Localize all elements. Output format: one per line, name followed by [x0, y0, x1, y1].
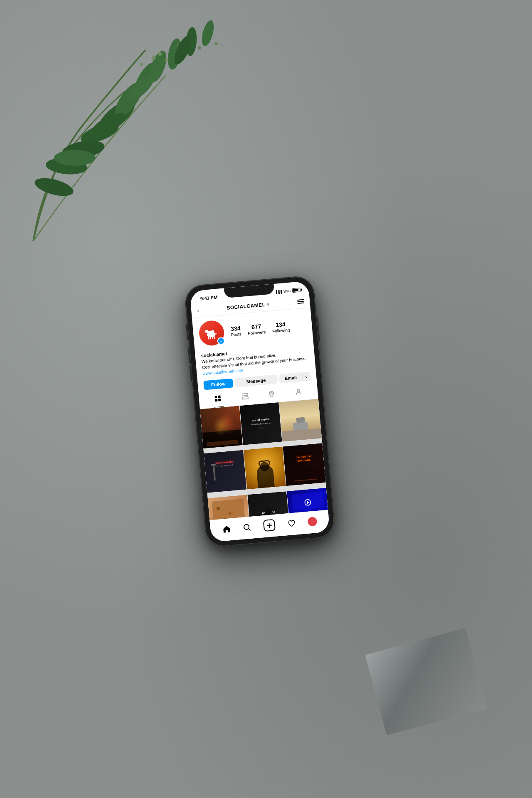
svg-point-21 [214, 42, 218, 45]
tab-grid[interactable] [204, 391, 232, 408]
followers-stat[interactable]: 677 Followers [247, 323, 266, 336]
add-story-button[interactable]: + [217, 337, 225, 345]
status-time: 9:41 PM [200, 295, 217, 301]
phone-screen: 9:41 PM ▐▐▐ WiFi ‹ SOCIALCAM [190, 281, 330, 542]
svg-point-11 [54, 150, 96, 166]
chevron-down-icon: ∨ [266, 302, 270, 307]
svg-point-5 [146, 49, 170, 84]
posts-count: 334 [231, 325, 241, 332]
svg-point-23 [185, 27, 198, 57]
svg-rect-36 [215, 396, 218, 399]
svg-point-43 [297, 389, 300, 392]
svg-point-12 [152, 56, 156, 60]
profile-nav-button[interactable] [308, 517, 318, 527]
phone-shell: 9:41 PM ▐▐▐ WiFi ‹ SOCIALCAM [184, 276, 335, 548]
profile-stats: 334 Posts 677 Followers 134 Following [230, 319, 307, 337]
svg-rect-37 [218, 395, 221, 398]
grid-item-2[interactable]: social mediaelevating business in 2022 [239, 402, 282, 445]
email-button[interactable]: Email [279, 372, 303, 384]
create-post-button[interactable] [263, 519, 276, 532]
wifi-icon: WiFi [283, 289, 291, 293]
person-icon [295, 388, 302, 397]
follow-button[interactable]: Follow [203, 378, 233, 390]
svg-point-9 [124, 70, 158, 104]
stone-decoration [365, 628, 487, 735]
following-label: Following [272, 328, 290, 334]
location-icon [268, 391, 275, 399]
svg-point-19 [140, 63, 143, 66]
svg-point-18 [198, 46, 201, 49]
svg-point-17 [189, 39, 193, 44]
svg-point-24 [200, 19, 216, 47]
svg-point-0 [93, 95, 140, 138]
svg-point-6 [45, 157, 88, 176]
posts-stat[interactable]: 334 Posts [230, 325, 241, 337]
svg-point-22 [202, 32, 205, 35]
home-nav-button[interactable] [222, 525, 231, 534]
svg-point-42 [271, 392, 272, 394]
svg-point-16 [185, 50, 189, 54]
grid-item-5[interactable] [244, 447, 286, 490]
avatar-wrapper[interactable]: + [198, 320, 225, 347]
tab-tagged[interactable] [258, 387, 286, 404]
grid-icon [215, 395, 222, 404]
svg-rect-40 [242, 393, 248, 396]
email-button-wrapper: Email ∨ [279, 372, 311, 384]
hamburger-line-2 [297, 301, 304, 302]
hamburger-line-3 [298, 303, 304, 304]
following-stat[interactable]: 134 Following [271, 320, 290, 334]
email-dropdown-button[interactable]: ∨ [302, 372, 311, 382]
back-button[interactable]: ‹ [197, 307, 200, 314]
svg-point-14 [165, 59, 168, 62]
svg-point-4 [60, 138, 106, 161]
battery-icon [292, 288, 301, 293]
tab-shop[interactable] [284, 384, 312, 401]
message-button[interactable]: Message [234, 374, 278, 387]
posts-label: Posts [231, 332, 241, 337]
likes-nav-button[interactable] [287, 519, 296, 528]
search-nav-button[interactable] [243, 523, 252, 532]
signal-icon: ▐▐▐ [275, 290, 282, 294]
svg-point-2 [79, 119, 121, 147]
profile-username-header[interactable]: SOCIALCAMEL ∨ [227, 301, 270, 311]
svg-point-10 [88, 108, 128, 140]
svg-point-3 [130, 59, 161, 99]
svg-rect-39 [218, 399, 221, 401]
grid-item-3[interactable] [279, 399, 322, 442]
following-count: 134 [276, 321, 286, 328]
svg-point-15 [177, 44, 181, 48]
grid-item-4[interactable]: paid marketing let us get you covered [204, 450, 246, 493]
svg-point-1 [110, 78, 148, 122]
status-icons: ▐▐▐ WiFi [275, 288, 300, 294]
followers-count: 677 [251, 323, 261, 330]
svg-point-8 [33, 175, 75, 200]
back-arrow-icon: ‹ [197, 307, 200, 314]
svg-point-25 [171, 33, 195, 67]
svg-rect-35 [214, 336, 215, 339]
tab-igtv[interactable] [231, 389, 259, 406]
menu-button[interactable] [297, 299, 304, 304]
svg-line-45 [249, 529, 251, 531]
grid-item-1[interactable] [200, 406, 243, 448]
svg-rect-41 [242, 397, 248, 399]
profile-top: + 334 Posts 677 Followers [198, 313, 307, 347]
hamburger-line-1 [297, 299, 304, 300]
username-label: SOCIALCAMEL [227, 302, 266, 311]
followers-label: Followers [248, 330, 266, 336]
grid-item-6[interactable]: the return oflive music [283, 443, 326, 486]
svg-rect-38 [215, 399, 218, 402]
svg-point-13 [158, 52, 162, 56]
svg-line-47 [267, 525, 272, 526]
svg-point-20 [206, 35, 210, 39]
list-icon [241, 393, 249, 401]
svg-point-7 [166, 37, 184, 71]
phone-mockup: 9:41 PM ▐▐▐ WiFi ‹ SOCIALCAM [184, 276, 335, 548]
